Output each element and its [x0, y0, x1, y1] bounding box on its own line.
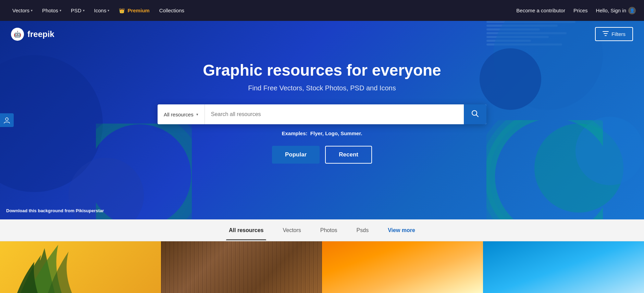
search-examples: Examples: Flyer, Logo, Summer. [282, 130, 362, 136]
nav-label-photos: Photos [42, 8, 58, 13]
svg-rect-0 [603, 31, 609, 32]
popular-button[interactable]: Popular [272, 146, 320, 164]
tab-label-vectors: Vectors [283, 227, 301, 233]
search-category-label: All resources [164, 112, 194, 117]
search-category-dropdown[interactable]: All resources ▾ [158, 104, 205, 124]
nav-item-collections[interactable]: Collections [155, 5, 188, 16]
thumbnail-orange[interactable] [322, 241, 483, 293]
nav-item-icons[interactable]: Icons ▾ [90, 5, 114, 16]
sign-in-text: Hello, Sign in [596, 8, 626, 13]
hero-footer-credit: Download this background from Pikisupers… [6, 208, 104, 213]
filters-button[interactable]: Filters [595, 27, 633, 41]
hero-title: Graphic resources for everyone [203, 61, 441, 79]
tab-label-more: View more [388, 227, 415, 233]
chevron-down-icon: ▾ [31, 9, 33, 12]
tab-view-more[interactable]: View more [385, 220, 418, 240]
tab-label-photos: Photos [320, 227, 337, 233]
tab-label-psds: Psds [357, 227, 369, 233]
logo-text: freepik [27, 29, 54, 39]
nav-item-photos[interactable]: Photos ▾ [38, 5, 65, 16]
nav-right: Become a contributor Prices Hello, Sign … [516, 7, 636, 14]
nav-label-premium: Premium [127, 8, 149, 13]
prices-link[interactable]: Prices [573, 8, 588, 13]
examples-text: Flyer, Logo, Summer. [310, 130, 362, 136]
side-user-button[interactable] [0, 113, 14, 127]
robot-icon: 🤖 [14, 30, 21, 38]
nav-item-vectors[interactable]: Vectors ▾ [8, 5, 37, 16]
svg-line-4 [476, 115, 479, 117]
nav-label-psd: PSD [71, 8, 82, 13]
recent-button[interactable]: Recent [325, 146, 372, 164]
hero-content: Graphic resources for everyone Find Free… [0, 47, 644, 164]
svg-rect-1 [604, 33, 608, 34]
hero-buttons: Popular Recent [272, 146, 372, 164]
become-contributor-link[interactable]: Become a contributor [516, 8, 565, 13]
thumbnail-yellow-inner [0, 241, 161, 293]
filters-icon [603, 31, 609, 37]
tab-vectors[interactable]: Vectors [280, 220, 304, 240]
chevron-down-icon: ▾ [196, 112, 198, 117]
nav-label-vectors: Vectors [12, 8, 29, 13]
hero-section: 🤖 freepik Filters Graphic resources for … [0, 21, 644, 219]
hero-subtitle: Find Free Vectors, Stock Photos, PSD and… [248, 84, 396, 92]
tab-label-all: All resources [229, 227, 263, 233]
nav-label-icons: Icons [94, 8, 107, 13]
chevron-down-icon: ▾ [83, 9, 85, 12]
search-icon [471, 110, 479, 119]
thumbnail-wood[interactable] [161, 241, 322, 293]
content-tabs: All resources Vectors Photos Psds View m… [0, 219, 644, 241]
blue-sky [483, 241, 644, 293]
tab-psds[interactable]: Psds [354, 220, 372, 240]
orange-gradient [322, 241, 483, 293]
logo-icon: 🤖 [11, 28, 24, 41]
examples-prefix: Examples: [282, 130, 307, 136]
nav-item-psd[interactable]: PSD ▾ [67, 5, 89, 16]
thumbnail-blue[interactable] [483, 241, 644, 293]
nav-label-collections: Collections [159, 8, 184, 13]
thumbnails-row [0, 241, 644, 293]
nav-left: Vectors ▾ Photos ▾ PSD ▾ Icons ▾ 👑 Premi… [8, 5, 516, 16]
filters-label: Filters [611, 31, 626, 37]
svg-point-5 [5, 118, 8, 120]
user-account-icon: 👤 [628, 7, 636, 14]
search-input[interactable] [205, 104, 464, 124]
crown-icon: 👑 [119, 8, 125, 13]
tab-all-resources[interactable]: All resources [226, 220, 266, 240]
nav-item-premium[interactable]: 👑 Premium [115, 5, 153, 16]
chevron-down-icon: ▾ [108, 9, 109, 12]
search-bar: All resources ▾ [158, 104, 486, 124]
chevron-down-icon: ▾ [60, 9, 61, 12]
wood-texture [161, 241, 322, 293]
svg-rect-2 [605, 35, 607, 36]
tab-photos[interactable]: Photos [318, 220, 340, 240]
top-navigation: Vectors ▾ Photos ▾ PSD ▾ Icons ▾ 👑 Premi… [0, 0, 644, 21]
thumbnail-yellow[interactable] [0, 241, 161, 293]
search-button[interactable] [464, 104, 486, 124]
hero-header: 🤖 freepik Filters [0, 21, 644, 47]
sign-in-link[interactable]: Hello, Sign in 👤 [596, 7, 636, 14]
logo[interactable]: 🤖 freepik [11, 28, 54, 41]
